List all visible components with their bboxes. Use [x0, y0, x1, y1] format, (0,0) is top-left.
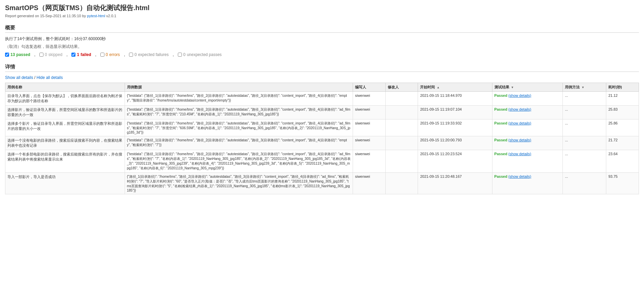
passed-checkbox[interactable]: [5, 53, 9, 57]
results-table: 用例名称 用例数据 编写人 修改人 开始时间 ▲ 测试结果 ▼ 用例方法 ▼ 耗…: [5, 83, 639, 194]
cell-method: ...: [563, 119, 606, 136]
cell-method: ...: [563, 173, 606, 194]
run-info: 执行了14个测试用例，整个测试耗时：16分37.600000秒: [5, 36, 639, 42]
cell-starttime: 2021-09-15 11:19:33.932: [418, 119, 492, 136]
result-passed-label: Passed: [494, 121, 509, 125]
cell-data: {"testdata": {"路径_1(目录路径)": "/home/tms",…: [125, 150, 353, 173]
report-meta: Report generated on 15-Sep-2021 at 11:35…: [5, 14, 639, 18]
cell-name: 选择一个有多部电影的目录路径，搜索后能搜索出所有的影片，并在搜索结果列表中将搜索…: [5, 150, 125, 173]
show-all-details-link[interactable]: Show all details: [5, 75, 33, 80]
unexpected-passes-checkbox[interactable]: [178, 53, 182, 57]
table-row: 选择影片，验证目录导入界面，所需空间区域显示的数字和所选影片的容量的大小一致{"…: [5, 106, 639, 119]
method-sort-icon: ▼: [581, 86, 584, 89]
cell-duration: 21.72: [606, 136, 639, 150]
expected-failures-checkbox[interactable]: [129, 53, 133, 57]
cell-modifier: [385, 92, 418, 106]
stat-unexpected-passes: 0 unexpected passes: [178, 52, 222, 57]
cell-result: Passed (show details): [492, 150, 563, 173]
stat-errors: 0 errors: [100, 52, 120, 57]
col-header-data: 用例数据: [125, 83, 353, 92]
cell-starttime: 2021-09-15 11:20:48.167: [418, 173, 492, 194]
skipped-checkbox[interactable]: [39, 53, 43, 57]
cell-author: siwenwei: [353, 106, 385, 119]
cell-modifier: [385, 150, 418, 173]
cell-data: {"testdata": {"路径_1(目录路径)": "/home/tms",…: [125, 136, 353, 150]
cell-data: {"路径_1(目录路径)": "/home/tms", "路径_2(目录路径)"…: [125, 173, 353, 194]
hide-all-details-link[interactable]: Hide all details: [36, 75, 63, 80]
show-details-link[interactable]: (show details): [508, 152, 531, 156]
table-row: 选择多个影片，验证目录导入界面，所需空间区域显示的数字和所选影片的容量的大小一改…: [5, 119, 639, 136]
errors-label: errors: [109, 52, 120, 57]
col-header-starttime[interactable]: 开始时间 ▲: [418, 83, 492, 92]
cell-method: ...: [563, 92, 606, 106]
stats-line: 13 passed , 0 skipped , 1 failed , 0 err…: [5, 52, 639, 57]
cell-modifier: [385, 173, 418, 194]
col-header-name: 用例名称: [5, 83, 125, 92]
cell-data: {"testdata": {"路径_1(目录路径)": "/home/tms",…: [125, 119, 353, 136]
table-row: 选择一个有多部电影的目录路径，搜索后能搜索出所有的影片，并在搜索结果列表中将搜索…: [5, 150, 639, 173]
cell-starttime: 2021-09-15 11:18:44.970: [418, 92, 492, 106]
cell-starttime: 2021-09-15 11:20:23.524: [418, 150, 492, 173]
cell-author: siwenwei: [353, 119, 385, 136]
skipped-label: skipped: [49, 52, 62, 57]
stat-failed: 1 failed: [71, 52, 91, 57]
filter-hint: （取消）勾选复选框，筛选显示测试结果。: [5, 44, 639, 50]
stat-expected-failures: 0 expected failures: [129, 52, 168, 57]
cell-name: 导入一部影片，导入是否成功: [5, 173, 125, 194]
summary-title: 概要: [5, 25, 639, 33]
cell-data: {"testdata": {"路径_1(目录路径)": "/home/tms",…: [125, 92, 353, 106]
cell-result: Passed (show details): [492, 106, 563, 119]
details-title: 详情: [5, 64, 639, 72]
pytest-html-link[interactable]: pytest-html: [87, 14, 105, 18]
show-details-link[interactable]: (show details): [508, 121, 531, 125]
col-header-duration: 耗时(秒): [606, 83, 639, 92]
show-details-link[interactable]: (show details): [508, 93, 531, 97]
cell-name: 选择多个影片，验证目录导入界面，所需空间区域显示的数字和所选影片的容量的大小一改: [5, 119, 125, 136]
cell-name: 选择影片，验证目录导入界面，所需空间区域显示的数字和所选影片的容量的大小一致: [5, 106, 125, 119]
cell-result: Passed (show details): [492, 173, 563, 194]
skipped-count: 0: [45, 52, 47, 57]
cell-modifier: [385, 136, 418, 150]
result-sort-icon: ▼: [511, 86, 514, 89]
starttime-sort-icon: ▲: [437, 86, 440, 89]
cell-modifier: [385, 106, 418, 119]
cell-result: Passed (show details): [492, 136, 563, 150]
failed-label: failed: [80, 52, 91, 57]
cell-duration: 93.75: [606, 173, 639, 194]
cell-duration: 23.64: [606, 150, 639, 173]
show-details-link[interactable]: (show details): [508, 138, 531, 142]
expected-failures-label: expected failures: [138, 52, 169, 57]
result-passed-label: Passed: [494, 152, 509, 156]
unexpected-passes-label: unexpected passes: [187, 52, 222, 57]
col-header-method[interactable]: 用例方法 ▼: [563, 83, 606, 92]
summary-section: 概要 执行了14个测试用例，整个测试耗时：16分37.600000秒 （取消）勾…: [5, 25, 639, 57]
show-details-link[interactable]: (show details): [508, 174, 531, 178]
col-header-result[interactable]: 测试结果 ▼: [492, 83, 563, 92]
errors-checkbox[interactable]: [100, 53, 104, 57]
passed-label: passed: [16, 52, 30, 57]
stat-skipped: 0 skipped: [39, 52, 62, 57]
cell-method: ...: [563, 106, 606, 119]
unexpected-passes-count: 0: [183, 52, 186, 57]
cell-method: ...: [563, 150, 606, 173]
failed-checkbox[interactable]: [71, 53, 75, 57]
table-row: 目录导入界面，点击【保存为默认】，切换界面面后路径名称为刚才保存为默认的那个路径…: [5, 92, 639, 106]
result-passed-label: Passed: [494, 93, 509, 97]
details-section: 详情 Show all details / Hide all details 用…: [5, 64, 639, 194]
cell-author: siwenwei: [353, 92, 385, 106]
cell-data: {"testdata": {"路径_1(目录路径)": "/home/tms",…: [125, 106, 353, 119]
cell-modifier: [385, 119, 418, 136]
table-header-row: 用例名称 用例数据 编写人 修改人 开始时间 ▲ 测试结果 ▼ 用例方法 ▼ 耗…: [5, 83, 639, 92]
col-header-modifier: 修改人: [385, 83, 418, 92]
col-header-author: 编写人: [353, 83, 385, 92]
cell-name: 目录导入界面，点击【保存为默认】，切换界面面后路径名称为刚才保存为默认的那个路径…: [5, 92, 125, 106]
cell-author: siwenwei: [353, 150, 385, 173]
result-passed-label: Passed: [494, 107, 509, 111]
show-details-link[interactable]: (show details): [508, 107, 531, 111]
passed-count: 13: [10, 52, 15, 57]
result-passed-label: Passed: [494, 138, 509, 142]
details-links: Show all details / Hide all details: [5, 75, 639, 80]
cell-result: Passed (show details): [492, 119, 563, 136]
cell-result: Passed (show details): [492, 92, 563, 106]
cell-starttime: 2021-09-15 11:20:00.793: [418, 136, 492, 150]
